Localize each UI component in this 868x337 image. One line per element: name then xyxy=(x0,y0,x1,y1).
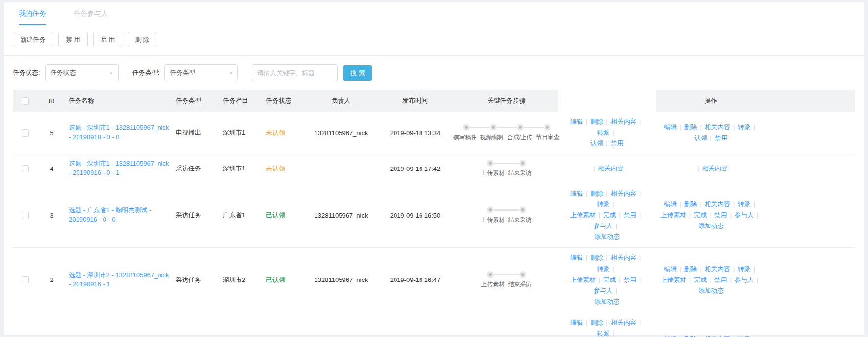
key-steps-cell: 上传素材结束采访 xyxy=(454,201,558,229)
ops-cell-unfixed: 编辑|删除|相关内容|转派|认领|禁用 xyxy=(558,112,656,154)
op-link[interactable]: 编辑 xyxy=(570,118,583,125)
search-button[interactable]: 搜 索 xyxy=(343,65,372,81)
task-owner: 13281105967_nick xyxy=(306,270,376,290)
op-separator: | xyxy=(586,254,587,261)
op-link[interactable]: 编辑 xyxy=(570,190,583,197)
type-select-value: 任务类型 xyxy=(170,68,195,77)
row-checkbox[interactable] xyxy=(22,276,29,283)
op-link[interactable]: 禁用 xyxy=(715,134,728,141)
op-link[interactable]: 编辑 xyxy=(570,254,583,261)
op-link[interactable]: 上传素材 xyxy=(570,211,596,219)
op-link[interactable]: 相关内容 xyxy=(705,265,730,273)
op-link[interactable]: 转派 xyxy=(737,200,750,208)
task-column: 深圳市1 xyxy=(220,159,263,178)
op-link[interactable]: 相关内容 xyxy=(705,200,730,208)
task-name-link[interactable]: 选题 - 深圳市2 - 13281105967_nick - 20190916 … xyxy=(69,271,170,289)
op-link[interactable]: 添加动态 xyxy=(594,298,620,305)
ops-cell-unfixed: 编辑|删除|相关内容|转派|上传素材|完成|禁用|参与人|添加动态 xyxy=(558,183,656,247)
op-link[interactable]: 删除 xyxy=(684,335,697,337)
task-stepper xyxy=(463,124,551,131)
op-link[interactable]: 完成 xyxy=(603,211,616,219)
op-link[interactable]: 禁用 xyxy=(624,211,636,219)
ops-cell: |相关内容 xyxy=(656,158,766,179)
step-label: 视频编辑 xyxy=(480,133,504,141)
op-link[interactable]: 添加动态 xyxy=(594,233,620,240)
op-link[interactable]: 删除 xyxy=(590,254,603,261)
op-separator: | xyxy=(606,254,607,261)
op-link[interactable]: 转派 xyxy=(597,265,609,273)
row-checkbox[interactable] xyxy=(22,165,29,172)
op-link[interactable]: 转派 xyxy=(737,265,750,273)
op-link[interactable]: 完成 xyxy=(603,276,616,283)
op-separator: | xyxy=(639,211,641,219)
task-name-link[interactable]: 选题 - 深圳市1 - 13281105967_nick - 20190916 … xyxy=(69,159,170,178)
op-link[interactable]: 转派 xyxy=(597,200,609,208)
op-link[interactable]: 转派 xyxy=(737,123,750,131)
op-link[interactable]: 转派 xyxy=(737,335,750,337)
op-link[interactable]: 相关内容 xyxy=(611,254,636,261)
op-separator: | xyxy=(606,319,607,326)
op-link[interactable]: 添加动态 xyxy=(698,222,724,229)
op-separator: | xyxy=(757,276,758,283)
op-link[interactable]: 转派 xyxy=(597,129,609,136)
task-name-link[interactable]: 选题 - 深圳市1 - 13281105967_nick - 20190918 … xyxy=(69,123,170,142)
op-link[interactable]: 参与人 xyxy=(594,222,613,229)
op-link[interactable]: 禁用 xyxy=(714,276,727,283)
new-task-button[interactable]: 新建任务 xyxy=(13,32,53,47)
disable-button[interactable]: 禁 用 xyxy=(58,32,88,47)
op-link[interactable]: 相关内容 xyxy=(611,118,636,125)
step-dot xyxy=(487,206,494,213)
keyword-input[interactable] xyxy=(252,64,338,81)
op-link[interactable]: 删除 xyxy=(590,190,603,197)
op-link[interactable]: 相关内容 xyxy=(611,190,636,197)
op-link[interactable]: 转派 xyxy=(597,330,609,337)
op-link[interactable]: 相关内容 xyxy=(705,123,730,131)
select-all-checkbox[interactable] xyxy=(22,97,29,105)
tab-task-participants[interactable]: 任务参与人 xyxy=(74,9,108,25)
op-link[interactable]: 删除 xyxy=(684,123,697,131)
op-link[interactable]: 相关内容 xyxy=(705,335,730,337)
op-link[interactable]: 禁用 xyxy=(624,276,636,283)
ops-cell: 编辑|删除|相关内容|转派|稿件编辑|视频编辑 ∨|上传节目|完成|禁用|参与人… xyxy=(656,329,766,337)
task-name-link[interactable]: 选题 - 广东省1 - 鞠明杰测试 - 20190916 - 0 - 0 xyxy=(69,206,170,225)
op-link[interactable]: 上传素材 xyxy=(661,211,686,219)
enable-button[interactable]: 启 用 xyxy=(93,32,123,47)
op-link[interactable]: 参与人 xyxy=(735,276,754,283)
row-checkbox[interactable] xyxy=(22,212,29,219)
op-link[interactable]: 删除 xyxy=(684,265,697,273)
type-select[interactable]: 任务类型 ∨ xyxy=(164,64,238,81)
task-stepper xyxy=(487,271,526,278)
op-link[interactable]: 相关内容 xyxy=(702,165,728,172)
status-select[interactable]: 任务状态 ∨ xyxy=(45,64,119,81)
op-link[interactable]: 编辑 xyxy=(570,319,583,326)
op-link[interactable]: 上传素材 xyxy=(661,276,686,283)
op-separator: | xyxy=(616,287,617,294)
op-link[interactable]: 禁用 xyxy=(611,140,624,147)
op-separator: | xyxy=(680,335,681,337)
op-link[interactable]: 编辑 xyxy=(664,200,677,208)
op-link[interactable]: 删除 xyxy=(590,118,603,125)
op-link[interactable]: 编辑 xyxy=(664,265,677,273)
step-label: 上传素材 xyxy=(481,216,505,224)
tab-my-tasks[interactable]: 我的任务 xyxy=(19,9,46,25)
op-link[interactable]: 编辑 xyxy=(664,335,677,337)
op-link[interactable]: 上传素材 xyxy=(570,276,596,283)
op-link[interactable]: 完成 xyxy=(694,211,707,219)
op-link[interactable]: 完成 xyxy=(694,276,707,283)
op-link[interactable]: 禁用 xyxy=(714,211,727,219)
op-link[interactable]: 删除 xyxy=(684,200,697,208)
op-separator: | xyxy=(639,190,641,197)
op-link[interactable]: 相关内容 xyxy=(598,165,624,172)
delete-button[interactable]: 删 除 xyxy=(128,32,157,47)
op-link[interactable]: 参与人 xyxy=(594,287,613,294)
table-row: 1选题 - 深圳市1 - 13281105967_nick - 20190916… xyxy=(13,312,855,337)
op-link[interactable]: 参与人 xyxy=(735,211,754,219)
op-link[interactable]: 认领 xyxy=(694,134,707,141)
table-row: 4选题 - 深圳市1 - 13281105967_nick - 20190916… xyxy=(13,154,855,183)
op-link[interactable]: 编辑 xyxy=(664,123,677,131)
op-link[interactable]: 删除 xyxy=(590,319,603,326)
op-link[interactable]: 添加动态 xyxy=(698,287,724,294)
op-link[interactable]: 认领 xyxy=(590,140,603,147)
row-checkbox[interactable] xyxy=(22,129,29,137)
op-link[interactable]: 相关内容 xyxy=(611,319,636,326)
